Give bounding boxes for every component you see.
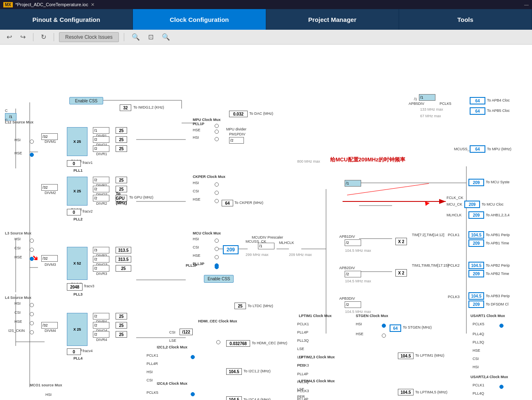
pclk1-usart24-circle[interactable]: [499, 385, 504, 389]
ckper-clock-mux-label: CKPER Clock Mux: [193, 175, 225, 179]
divq2-select[interactable]: /2: [93, 186, 109, 192]
divq3-select[interactable]: /2: [93, 256, 109, 263]
divn2-block: X 25: [67, 177, 87, 206]
pll2-fracv: 0: [67, 209, 81, 215]
apb2-periph-val: 104.5: [468, 262, 484, 269]
divp1-val: 25: [116, 127, 127, 134]
tab-tools[interactable]: Tools: [399, 9, 532, 30]
to-i2c12-label: To I2C1,2 (MHz): [244, 369, 271, 373]
apb3div-select[interactable]: /2: [345, 301, 361, 308]
pll4-fracv: 0: [67, 348, 81, 355]
hsi-ckper-circle[interactable]: [215, 182, 219, 187]
apb2div-select[interactable]: /2: [345, 271, 361, 277]
apb1div-select[interactable]: /2: [345, 239, 361, 246]
divq4-select[interactable]: /2: [93, 322, 109, 329]
to-apb2-timer-label: To APB2 Time: [486, 272, 509, 276]
lptim1-val: 104.5: [398, 353, 414, 359]
hse-l12-circle[interactable]: [30, 153, 34, 157]
mcu-clock-mux-label: MCU Clock Mux: [193, 231, 221, 235]
csi-mcu-circle[interactable]: [215, 247, 219, 251]
pll3p-output-circle[interactable]: [215, 265, 219, 269]
divp2-val: 25: [116, 177, 127, 183]
divr3-select[interactable]: /2: [93, 265, 109, 272]
nav-tabs: Pinout & Configuration Clock Configurati…: [0, 9, 532, 30]
hsi-stgen-label: HSI: [356, 322, 362, 326]
divm2-select[interactable]: /32: [41, 184, 58, 191]
divp2-select[interactable]: /2: [93, 177, 109, 183]
pclk1-i2c-circle[interactable]: [191, 355, 195, 359]
hsi-l12-label: HSI: [14, 138, 21, 142]
divm2-label: DIVM2: [45, 191, 56, 195]
apb5div-select[interactable]: /1: [419, 94, 435, 101]
resolve-clock-button[interactable]: Resolve Clock Issues: [59, 32, 119, 42]
hse-usart1-label: HSE: [473, 348, 480, 353]
csi-l3-circle[interactable]: [30, 248, 34, 252]
lse-hdmi-circle[interactable]: [216, 340, 220, 344]
hsi-l3-label: HSI: [14, 237, 21, 241]
refresh-button[interactable]: ↻: [38, 32, 49, 42]
undo-button[interactable]: ↩: [4, 32, 14, 42]
apb1-periph-val: 104.5: [468, 231, 484, 239]
apb1div-label: APB1DIV: [339, 234, 355, 239]
divm3-select[interactable]: /32: [41, 255, 58, 262]
divp1-select[interactable]: /1: [93, 127, 109, 134]
zoom-in-button[interactable]: 🔍: [129, 32, 142, 42]
max-209-label: 209 MHz max: [289, 253, 312, 257]
i2sckin-l4-circle[interactable]: [30, 330, 34, 334]
divp3-select[interactable]: /3: [93, 247, 109, 253]
divn3-label: X 52: [73, 261, 81, 265]
to-ahb-label: To AHB1,2,3,4: [486, 213, 510, 217]
tab-pinout[interactable]: Pinout & Configuration: [0, 9, 133, 30]
hse-mpu-label: HSE: [193, 128, 201, 132]
mcudiv-select[interactable]: /1: [258, 243, 274, 249]
hsi-l12-circle[interactable]: [30, 140, 34, 144]
redo-button[interactable]: ↪: [18, 32, 28, 42]
to-apb3-periph-label: To APB3 Perip: [486, 294, 510, 298]
csi-ckper-circle[interactable]: [215, 191, 219, 195]
pm1pdiv-select[interactable]: /2: [229, 137, 244, 144]
divr3-val: 25: [116, 265, 131, 272]
zoom-out-button[interactable]: 🔍: [159, 32, 173, 42]
divn3-block: X 52: [67, 247, 87, 280]
max-133-label: 133 MHz max: [420, 107, 443, 111]
hse-stgen-circle[interactable]: [382, 334, 386, 338]
sys-div-select[interactable]: /1: [345, 180, 361, 187]
hsi-l3-circle[interactable]: [30, 239, 34, 243]
hsi-ckper-label: HSI: [193, 181, 199, 185]
divm1-select[interactable]: /32: [41, 133, 58, 140]
tab-clock[interactable]: Clock Configuration: [133, 9, 266, 30]
enable-css-top-button[interactable]: Enable CSS: [69, 97, 103, 104]
divm4-select[interactable]: /32: [41, 322, 58, 329]
minimize-icon[interactable]: —: [524, 2, 529, 7]
to-apb1-periph-label: To APB1 Perip: [486, 233, 510, 237]
hse-l4-circle[interactable]: [30, 321, 34, 325]
red-arrow-head: ▶: [425, 199, 430, 206]
hse-mpu-circle[interactable]: [215, 130, 219, 134]
hsi-stgen-circle[interactable]: [382, 324, 386, 328]
close-tab-icon[interactable]: ✕: [91, 2, 95, 7]
apb5div-label: /1: [414, 97, 417, 101]
hse-ckper-circle[interactable]: [215, 199, 219, 203]
enable-css-bottom-button[interactable]: Enable CSS: [204, 275, 234, 283]
divr1-select[interactable]: /2: [93, 145, 109, 152]
divp4-select[interactable]: /2: [93, 313, 109, 320]
hsi-mpu-circle[interactable]: [215, 137, 219, 141]
hsi-l4-circle[interactable]: [30, 303, 34, 307]
pclk5-i2c46-circle[interactable]: [191, 392, 195, 396]
hsi-mcu-circle[interactable]: [215, 239, 219, 243]
mx-logo: MX: [3, 2, 13, 7]
usart1-mux-label: USART1 Clock Mux: [471, 314, 505, 318]
to-ltdc-label: To LTDC (MHz): [248, 304, 273, 308]
divr4-select[interactable]: /2: [93, 331, 109, 338]
divr2-select[interactable]: /2: [93, 195, 109, 201]
pll1p-mux-circle[interactable]: [215, 124, 219, 128]
csi-l4-circle[interactable]: [30, 312, 34, 316]
divq1-select[interactable]: /2: [93, 136, 109, 143]
fit-button[interactable]: ⊡: [146, 32, 156, 42]
hse-mcu-circle[interactable]: [215, 255, 219, 259]
pll4q-usart1-label: PLL4Q: [473, 332, 484, 336]
pclk5-usart1-circle[interactable]: [499, 324, 504, 328]
lptim23-mux-label: LPTIM2,3 Clock Mux: [299, 355, 335, 359]
tab-manager[interactable]: Project Manager: [266, 9, 399, 30]
divp4-val: 25: [116, 313, 127, 320]
